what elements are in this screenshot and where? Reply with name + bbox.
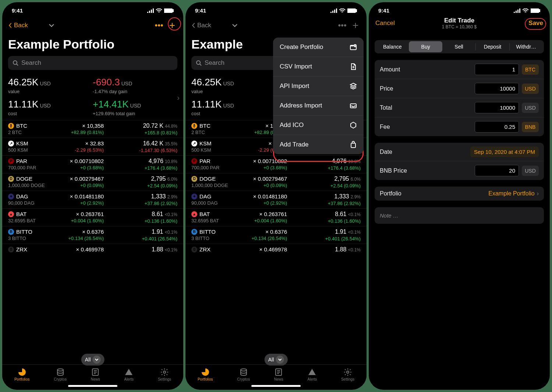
coin-price: × 0.00710802: [243, 158, 287, 164]
svg-point-15: [241, 369, 247, 371]
add-button[interactable]: +: [350, 20, 361, 31]
coin-row[interactable]: 0ZRX × 0.469978 1.88 <0.1%: [185, 244, 367, 256]
price-unit-button[interactable]: USD: [522, 84, 539, 94]
coin-list[interactable]: ₿BTC 2 BTC × 10,358 +82.89 (0.81%) 20.72…: [2, 120, 183, 364]
dropdown-item-add-trade[interactable]: Add Trade: [273, 135, 364, 154]
coin-symbol: PAR: [199, 158, 210, 164]
search-icon: [196, 60, 202, 66]
tab-cryptos[interactable]: Cryptos: [54, 368, 66, 381]
coin-value: 16.42 K: [143, 140, 163, 146]
chevron-left-icon: [8, 22, 13, 28]
more-menu-button[interactable]: •••: [151, 21, 167, 30]
coin-symbol: BAT: [199, 211, 210, 217]
filter-all-pill[interactable]: All: [81, 354, 105, 365]
svg-point-10: [197, 61, 200, 64]
tab-alerts[interactable]: Alerts: [124, 368, 134, 381]
coin-row[interactable]: ✦DAG 90,000 DAG × 0.01481180 +0 (2.92%) …: [2, 191, 183, 208]
signal-icon: [330, 8, 337, 13]
portfolios-icon: [201, 368, 210, 377]
portfolio-row[interactable]: Portfolio Example Portfolio›: [375, 187, 544, 201]
amount-label: Amount: [380, 66, 475, 73]
coin-holdings: 2 BTC: [8, 130, 60, 135]
back-button[interactable]: Back: [191, 22, 211, 29]
coin-value-change: -1,147.30 (6.53%): [104, 148, 177, 153]
price-input[interactable]: [475, 83, 519, 94]
chevron-down-icon: [92, 356, 100, 364]
amount-input[interactable]: [475, 64, 519, 75]
bnb-price-label: BNB Price: [380, 167, 475, 174]
coin-price-change: +0 (0.09%): [243, 183, 287, 188]
coin-icon: ↗: [191, 141, 197, 146]
trade-type-segmented[interactable]: BalanceBuySellDepositWithdr…: [375, 40, 544, 53]
coin-symbol: KSM: [199, 140, 212, 146]
tab-portfolios[interactable]: Portfolios: [198, 368, 213, 381]
svg-point-2: [13, 61, 17, 64]
total-unit-button[interactable]: USD: [522, 103, 539, 113]
save-button[interactable]: Save: [528, 20, 543, 27]
filter-all-pill[interactable]: All: [265, 354, 288, 365]
dropdown-item-address-import[interactable]: Address Import: [273, 96, 364, 116]
coin-row[interactable]: ▲BAT 32.6595 BAT × 0.263761 +0.004 (1.60…: [2, 208, 183, 226]
summary-totalgain-pct: +129.69% total gain: [93, 111, 177, 116]
tab-news[interactable]: News: [91, 368, 100, 381]
coin-row[interactable]: 0ZRX × 0.469978 1.88 <0.1%: [2, 244, 183, 256]
coin-row[interactable]: PPAR 700,000 PAR × 0.00710802 +0 (3.68%)…: [2, 155, 183, 173]
coin-row[interactable]: DDOGE 1,000,000 DOGE × 0.00279467 +0 (0.…: [2, 173, 183, 191]
cancel-button[interactable]: Cancel: [375, 20, 395, 27]
tab-alerts[interactable]: Alerts: [308, 368, 317, 381]
search-input[interactable]: Search: [8, 56, 177, 70]
segment-buy[interactable]: Buy: [409, 41, 442, 52]
coin-value: 1,333: [151, 193, 166, 199]
total-input[interactable]: [475, 102, 519, 113]
coin-list[interactable]: ₿BTC 2 BTC × 10,358 +82.89 (0.81%) 20.72…: [185, 120, 367, 364]
segment-deposit[interactable]: Deposit: [476, 41, 509, 52]
coin-value: 8.61: [152, 211, 163, 217]
coin-value-change: +165.8 (0.81%): [104, 130, 177, 135]
bnb-price-input[interactable]: [475, 165, 519, 176]
note-input[interactable]: Note …: [375, 207, 544, 224]
coin-row[interactable]: DDOGE 1,000,000 DOGE × 0.00279467 +0 (0.…: [185, 173, 367, 191]
portfolio-dropdown-toggle[interactable]: [232, 22, 238, 29]
coin-row[interactable]: ✦DAG 90,000 DAG × 0.01481180 +0 (2.92%) …: [185, 191, 367, 208]
coin-price: × 0.00710802: [60, 158, 104, 164]
tab-settings[interactable]: Settings: [158, 368, 171, 381]
more-menu-button[interactable]: •••: [335, 21, 350, 30]
back-button[interactable]: Back: [8, 22, 28, 29]
segment-sell[interactable]: Sell: [442, 41, 475, 52]
portfolio-summary[interactable]: 46.25KUSD value -690.3USD -1.47% day gai…: [2, 75, 183, 120]
dropdown-item-create-portfolio[interactable]: Create Portfolio: [273, 38, 364, 57]
coin-value: 20.72 K: [143, 123, 163, 129]
coin-symbol: DAG: [199, 193, 212, 199]
segment-withdr[interactable]: Withdr…: [510, 41, 543, 52]
segment-balance[interactable]: Balance: [376, 41, 409, 52]
dropdown-item-add-ico[interactable]: Add ICO: [273, 116, 364, 135]
coin-row[interactable]: ₿BTC 2 BTC × 10,358 +82.89 (0.81%) 20.72…: [2, 120, 183, 138]
tab-portfolios[interactable]: Portfolios: [14, 368, 30, 381]
amount-unit-button[interactable]: BTC: [522, 64, 539, 75]
coin-row[interactable]: ▲BAT 32.6595 BAT × 0.263761 +0.004 (1.60…: [185, 208, 367, 226]
search-icon: [13, 60, 18, 66]
cryptos-icon: [56, 368, 65, 377]
tab-news[interactable]: News: [274, 368, 283, 381]
status-time: 9:41: [378, 7, 389, 14]
tab-cryptos[interactable]: Cryptos: [237, 368, 250, 381]
coin-row[interactable]: BBITTO 3 BITTO × 0.6376 +0.134 (26.54%) …: [2, 226, 183, 244]
coin-row[interactable]: BBITTO 3 BITTO × 0.6376 +0.134 (26.54%) …: [185, 226, 367, 244]
dropdown-item-csv-import[interactable]: CSV Import: [273, 57, 364, 77]
fee-unit-button[interactable]: BNB: [522, 122, 539, 132]
fee-input[interactable]: [475, 121, 519, 133]
tab-settings[interactable]: Settings: [341, 368, 354, 381]
dropdown-item-api-import[interactable]: API Import: [273, 77, 364, 96]
bnb-price-unit-button[interactable]: USD: [522, 166, 539, 176]
coin-row[interactable]: PPAR 700,000 PAR × 0.00710802 +0 (3.68%)…: [185, 155, 367, 173]
file-icon: [350, 63, 357, 70]
coin-value-change: +0.401 (26.54%): [287, 236, 361, 241]
date-row[interactable]: Date Sep 10, 2020 at 4:07 PM: [375, 143, 544, 161]
portfolio-dropdown-toggle[interactable]: [49, 22, 54, 29]
bnb-price-row: BNB Price USD: [375, 161, 544, 180]
add-button[interactable]: +: [167, 20, 177, 31]
battery-icon: [531, 8, 540, 13]
coin-row[interactable]: ↗KSM 500 KSM × 32.83 -2.29 (6.53%) 16.42…: [2, 138, 183, 155]
page-title: Example Portfolio: [2, 35, 183, 56]
portfolios-icon: [18, 368, 26, 377]
